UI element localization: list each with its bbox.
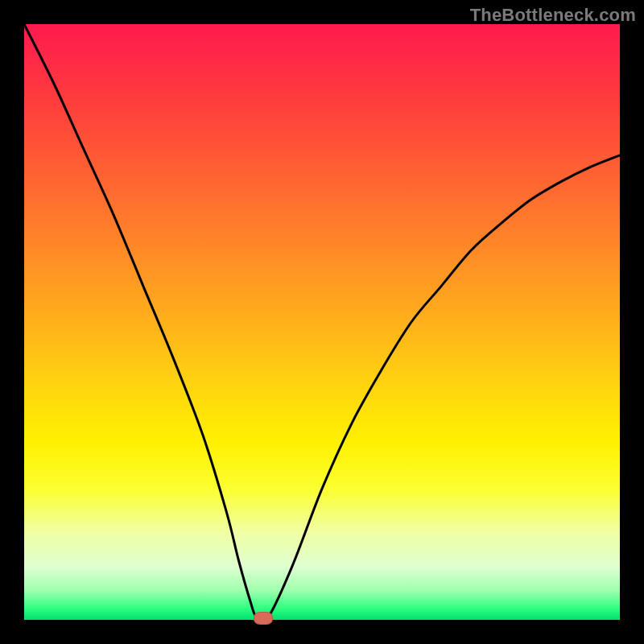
chart-frame: TheBottleneck.com <box>0 0 644 644</box>
bottleneck-curve <box>24 24 620 620</box>
watermark-text: TheBottleneck.com <box>470 5 636 26</box>
optimum-marker <box>254 612 273 625</box>
